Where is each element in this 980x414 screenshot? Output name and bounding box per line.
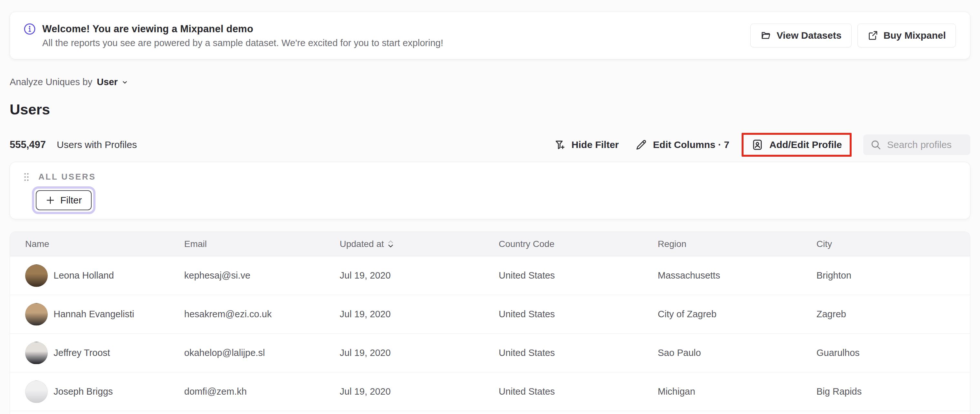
name-cell: Hannah Evangelisti bbox=[25, 303, 184, 326]
buy-mixpanel-button[interactable]: Buy Mixpanel bbox=[858, 24, 956, 48]
user-country-code: United States bbox=[499, 270, 658, 281]
user-city: Big Rapids bbox=[816, 386, 970, 397]
column-header-email[interactable]: Email bbox=[184, 239, 340, 249]
summary-toolbar-row: 555,497 Users with Profiles Hide Filter … bbox=[10, 132, 970, 158]
add-filter-button[interactable]: Filter bbox=[36, 190, 92, 210]
user-city: Guarulhos bbox=[816, 347, 970, 358]
name-cell: Leona Holland bbox=[25, 264, 184, 287]
profile-badge-icon bbox=[751, 139, 764, 151]
user-region: City of Zagreb bbox=[658, 309, 816, 319]
banner-title: Welcome! You are viewing a Mixpanel demo bbox=[42, 23, 253, 35]
name-cell: Joseph Briggs bbox=[25, 381, 184, 403]
pencil-icon bbox=[635, 139, 647, 151]
user-updated-at: Jul 19, 2020 bbox=[340, 270, 499, 281]
filter-button-focus-ring: Filter bbox=[32, 186, 95, 214]
analyze-uniques-control: Analyze Uniques by User bbox=[10, 77, 129, 87]
table-header-row: NameEmailUpdated atCountry CodeRegionCit… bbox=[10, 232, 970, 256]
welcome-banner: Welcome! You are viewing a Mixpanel demo… bbox=[10, 12, 970, 59]
chevron-down-icon bbox=[121, 78, 129, 86]
table-row[interactable]: Joseph Briggs domfi@zem.kh Jul 19, 2020 … bbox=[10, 373, 970, 411]
user-email: hesakrem@ezi.co.uk bbox=[184, 309, 340, 319]
user-city: Zagreb bbox=[816, 309, 970, 319]
info-icon bbox=[24, 23, 36, 35]
page-title: Users bbox=[10, 101, 50, 118]
avatar bbox=[25, 264, 48, 287]
user-country-code: United States bbox=[499, 309, 658, 319]
user-updated-at: Jul 19, 2020 bbox=[340, 386, 499, 397]
table-body: Leona Holland kephesaj@si.ve Jul 19, 202… bbox=[10, 256, 970, 411]
banner-text: Welcome! You are viewing a Mixpanel demo… bbox=[24, 23, 443, 48]
drag-handle-icon[interactable] bbox=[23, 172, 30, 182]
user-updated-at: Jul 19, 2020 bbox=[340, 309, 499, 319]
add-edit-profile-button[interactable]: Add/Edit Profile bbox=[751, 139, 842, 151]
user-email: kephesaj@si.ve bbox=[184, 270, 340, 281]
user-email: okahelop@lalijpe.sl bbox=[184, 347, 340, 358]
hide-filter-button[interactable]: Hide Filter bbox=[554, 139, 619, 151]
profiles-table: NameEmailUpdated atCountry CodeRegionCit… bbox=[10, 232, 970, 414]
user-region: Sao Paulo bbox=[658, 347, 816, 358]
banner-subtitle: All the reports you see are powered by a… bbox=[42, 38, 443, 48]
sort-indicator-icon bbox=[388, 240, 393, 247]
user-country-code: United States bbox=[499, 347, 658, 358]
view-datasets-button[interactable]: View Datasets bbox=[750, 24, 851, 48]
folder-open-icon bbox=[760, 30, 771, 41]
user-email: domfi@zem.kh bbox=[184, 386, 340, 397]
filter-panel: ALL USERS Filter bbox=[10, 162, 970, 219]
avatar bbox=[25, 381, 48, 403]
external-link-icon bbox=[867, 30, 878, 41]
table-row[interactable]: Leona Holland kephesaj@si.ve Jul 19, 202… bbox=[10, 256, 970, 295]
user-city: Brighton bbox=[816, 270, 970, 281]
table-row[interactable]: Hannah Evangelisti hesakrem@ezi.co.uk Ju… bbox=[10, 295, 970, 334]
avatar bbox=[25, 303, 48, 326]
user-name: Leona Holland bbox=[54, 270, 114, 281]
user-updated-at: Jul 19, 2020 bbox=[340, 347, 499, 358]
user-name: Hannah Evangelisti bbox=[54, 309, 134, 319]
search-icon bbox=[870, 139, 881, 150]
user-region: Massachusetts bbox=[658, 270, 816, 281]
plus-icon bbox=[46, 195, 55, 205]
edit-columns-button[interactable]: Edit Columns · 7 bbox=[635, 139, 729, 151]
profiles-toolbar: Hide Filter Edit Columns · 7 bbox=[554, 133, 970, 157]
column-header-city[interactable]: City bbox=[816, 239, 970, 249]
profiles-count-label: Users with Profiles bbox=[57, 139, 137, 150]
user-name: Joseph Briggs bbox=[54, 386, 113, 397]
column-header-name[interactable]: Name bbox=[25, 239, 184, 249]
profiles-count: 555,497 bbox=[10, 139, 46, 151]
table-row[interactable]: Jeffrey Troost okahelop@lalijpe.sl Jul 1… bbox=[10, 334, 970, 373]
search-profiles-box bbox=[863, 135, 970, 155]
analyze-by-dropdown[interactable]: User bbox=[97, 77, 129, 87]
column-header-region[interactable]: Region bbox=[658, 239, 816, 249]
user-country-code: United States bbox=[499, 386, 658, 397]
annotation-highlight: Add/Edit Profile bbox=[741, 133, 852, 157]
analyze-label: Analyze Uniques by bbox=[10, 77, 92, 87]
user-name: Jeffrey Troost bbox=[54, 347, 110, 358]
search-profiles-input[interactable] bbox=[887, 139, 963, 150]
filter-group-label: ALL USERS bbox=[38, 172, 96, 182]
column-header-updated-at[interactable]: Updated at bbox=[340, 239, 499, 249]
avatar bbox=[25, 342, 48, 364]
column-header-country-code[interactable]: Country Code bbox=[499, 239, 658, 249]
filter-plus-icon bbox=[554, 139, 566, 151]
user-region: Michigan bbox=[658, 386, 816, 397]
name-cell: Jeffrey Troost bbox=[25, 342, 184, 364]
